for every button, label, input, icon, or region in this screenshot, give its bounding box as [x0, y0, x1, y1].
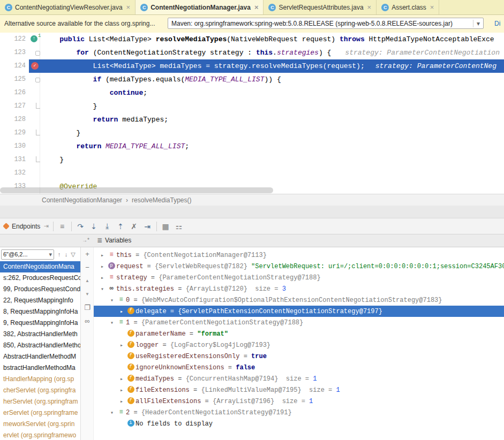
stack-frame-item[interactable]: meworkServlet (org.sprin: [0, 419, 80, 430]
horizontal-scrollbar-thumb[interactable]: [0, 187, 273, 193]
tab-variables[interactable]: ≣ Variables: [97, 237, 131, 244]
disable-link[interactable]: Di: [494, 20, 500, 27]
code-line[interactable]: continue;: [43, 86, 504, 100]
stack-frame-item[interactable]: s:262, ProducesRequestCo: [0, 272, 80, 284]
filter-frames-icon[interactable]: ▽: [70, 251, 77, 258]
view-breakpoints-icon[interactable]: ▦: [159, 222, 172, 231]
close-icon[interactable]: ×: [367, 3, 372, 11]
fold-end-marker-icon[interactable]: [36, 103, 40, 109]
stack-frame-item[interactable]: 8, RequestMappingInfoHa: [0, 306, 80, 317]
code-line[interactable]: List<MediaType> mediaTypes = strategy.re…: [43, 59, 504, 73]
variable-row[interactable]: iNo fields to display: [94, 418, 504, 429]
stack-frame-item[interactable]: 382, AbstractHandlerMeth: [0, 329, 80, 340]
variable-row[interactable]: ▾≡2 = {HeaderContentNegotiationStrategy@…: [94, 407, 504, 418]
show-watches-icon[interactable]: ∞: [81, 314, 94, 328]
drop-frame-icon[interactable]: ✗: [127, 222, 141, 231]
fold-end-marker-icon[interactable]: [36, 156, 40, 162]
fold-marker-icon[interactable]: [35, 51, 40, 56]
remove-watch-icon[interactable]: −: [81, 261, 94, 274]
variable-row[interactable]: ▸fallFileExtensions = {ArrayList@7196} s…: [94, 396, 504, 407]
variable-row[interactable]: ▸ffileExtensions = {LinkedMultiValueMap@…: [94, 384, 504, 396]
chevron-right-icon[interactable]: ▸: [98, 252, 107, 259]
implement-marker-icon[interactable]: ↑: [31, 35, 37, 42]
chevron-right-icon[interactable]: ▸: [117, 308, 126, 315]
variable-row[interactable]: ▸fdelegate = {ServletPathExtensionConten…: [94, 306, 504, 317]
stack-frame-item[interactable]: cherServlet (org.springfra: [0, 385, 80, 396]
close-icon[interactable]: ×: [430, 3, 434, 11]
breadcrumb-method[interactable]: resolveMediaTypes(): [132, 196, 191, 204]
chevron-right-icon[interactable]: ▸: [98, 263, 107, 270]
code-line[interactable]: public List<MediaType> resolveMediaTypes…: [43, 33, 504, 46]
chevron-right-icon[interactable]: ▸: [117, 376, 126, 382]
code-line[interactable]: if (mediaTypes.equals(MEDIA_TYPE_ALL_LIS…: [43, 73, 504, 86]
stack-frame-item[interactable]: ContentNegotiationMana: [0, 261, 80, 272]
run-to-cursor-icon[interactable]: ⇥: [141, 222, 154, 231]
code-line[interactable]: }: [43, 126, 504, 140]
stack-frame-item[interactable]: 22, RequestMappingInfo: [0, 295, 80, 306]
variable-row[interactable]: fuseRegisteredExtensionsOnly = true: [94, 351, 504, 362]
code-line[interactable]: }: [43, 100, 504, 113]
source-jar-dropdown[interactable]: Maven: org.springframework:spring-web:5.…: [168, 18, 484, 29]
stack-frame-item[interactable]: herServlet (org.springfram: [0, 396, 80, 407]
add-watch-icon[interactable]: +: [81, 247, 94, 261]
stack-frame-item[interactable]: erServlet (org.springframe: [0, 407, 80, 419]
variable-row[interactable]: fparameterName = "format": [94, 328, 504, 339]
chevron-down-icon[interactable]: ▾: [108, 297, 116, 304]
code-line[interactable]: return mediaTypes;: [43, 113, 504, 126]
chevron-down-icon[interactable]: ▾: [473, 20, 483, 27]
field-glyph: f: [127, 352, 134, 359]
fold-end-marker-icon[interactable]: [36, 130, 40, 135]
stack-frame-item[interactable]: AbstractHandlerMethodM: [0, 351, 80, 362]
duplicate-watch-icon[interactable]: ❐: [81, 301, 94, 314]
variable-row[interactable]: ▾≡0 = {WebMvcAutoConfiguration$OptionalP…: [94, 294, 504, 306]
code-line[interactable]: return MEDIA_TYPE_ALL_LIST;: [43, 140, 504, 153]
code-line[interactable]: [43, 166, 504, 180]
mute-breakpoints-icon[interactable]: ⚏: [172, 222, 186, 231]
close-icon[interactable]: ×: [126, 3, 131, 11]
chevron-down-icon[interactable]: ▾: [108, 320, 116, 326]
close-icon[interactable]: ×: [254, 3, 259, 11]
variable-row[interactable]: ▸≡this = {ContentNegotiationManager@7113…: [94, 249, 504, 261]
variable-row[interactable]: ▾≡1 = {ParameterContentNegotiationStrate…: [94, 317, 504, 328]
stack-frame-item[interactable]: 850, AbstractHandlerMetho: [0, 340, 80, 351]
editor-tab[interactable]: CAssert.class×: [377, 0, 439, 14]
code-editor[interactable]: 122↑1public List<MediaType> resolveMedia…: [0, 33, 504, 194]
endpoints-tab[interactable]: Endpoints ⇥: [0, 223, 51, 230]
breadcrumb-class[interactable]: ContentNegotiationManager: [42, 196, 122, 204]
editor-tab[interactable]: CContentNegotiatingViewResolver.java×: [0, 0, 136, 14]
stack-frame-item[interactable]: 9, RequestMappingInfoHa: [0, 317, 80, 329]
chevron-right-icon[interactable]: ▸: [117, 387, 126, 393]
variable-row[interactable]: ▸≡strategy = {ParameterContentNegotiatio…: [94, 272, 504, 283]
chevron-right-icon[interactable]: ▸: [117, 342, 126, 348]
fold-marker-icon[interactable]: [35, 78, 40, 82]
stack-frame-item[interactable]: ervlet (org.springframewo: [0, 430, 80, 440]
chevron-right-icon[interactable]: ▸: [117, 398, 126, 405]
stack-frame-item[interactable]: bstractHandlerMethodMa: [0, 362, 80, 374]
editor-tab[interactable]: CContentNegotiationManager.java×: [136, 0, 264, 14]
editor-tab[interactable]: CServletRequestAttributes.java×: [264, 0, 377, 14]
chevron-down-icon[interactable]: ▾: [98, 286, 107, 292]
code-line[interactable]: for (ContentNegotiationStrategy strategy…: [43, 46, 504, 59]
step-over-icon[interactable]: ↷: [74, 222, 87, 231]
breakpoint-icon[interactable]: ✓: [31, 62, 39, 70]
variable-row[interactable]: fignoreUnknownExtensions = false: [94, 362, 504, 373]
variable-row[interactable]: ▸flogger = {LogFactory$Log4jLog@7193}: [94, 339, 504, 351]
stack-frame-item[interactable]: 99, ProducesRequestCond: [0, 284, 80, 295]
thread-dropdown[interactable]: 6"@6,2... ▾: [1, 249, 54, 260]
frame-down-icon[interactable]: ↓: [63, 251, 70, 257]
move-down-icon[interactable]: ▼: [81, 287, 94, 301]
chevron-down-icon[interactable]: ▾: [108, 409, 116, 416]
code-line[interactable]: }: [43, 153, 504, 166]
chevron-right-icon[interactable]: ▸: [98, 275, 107, 281]
force-step-into-icon[interactable]: ⤓: [101, 222, 114, 231]
menu-icon[interactable]: ≡: [56, 222, 69, 231]
frame-up-icon[interactable]: ↑: [56, 251, 63, 257]
step-out-icon[interactable]: ⇡: [114, 222, 127, 231]
variable-row[interactable]: ▸prequest = {ServletWebRequest@7182} "Se…: [94, 261, 504, 272]
move-up-icon[interactable]: ▲: [81, 274, 94, 287]
variable-row[interactable]: ▸fmediaTypes = {ConcurrentHashMap@7194} …: [94, 373, 504, 384]
variable-row[interactable]: ▾∞this.strategies = {ArrayList@7120} siz…: [94, 283, 504, 294]
stack-frame-item[interactable]: tHandlerMapping (org.sp: [0, 374, 80, 385]
step-into-icon[interactable]: ⇣: [87, 222, 101, 231]
value-part: delegate: [136, 308, 167, 315]
